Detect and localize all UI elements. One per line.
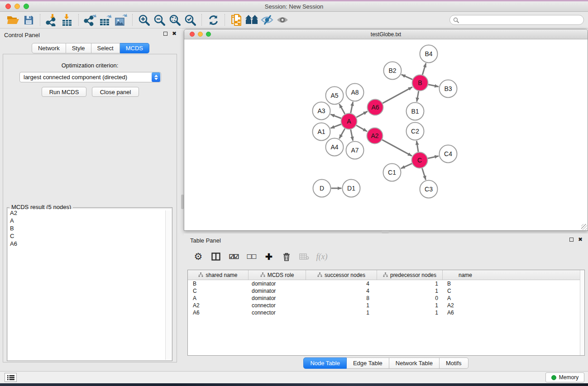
cell-mcds-role[interactable]: dominator: [249, 281, 306, 287]
table-row[interactable]: A6 connector 1 1 A6: [188, 309, 584, 316]
graph-edge-A-A5[interactable]: [339, 104, 345, 114]
hide-selected-icon[interactable]: [259, 13, 275, 27]
graph-node-B3[interactable]: B3: [440, 80, 457, 98]
select-all-icon[interactable]: ☑☑: [227, 250, 240, 263]
search-input[interactable]: [461, 17, 583, 23]
column-header-predecessor-nodes[interactable]: predecessor nodes: [377, 270, 443, 280]
graph-node-C1[interactable]: C1: [383, 164, 401, 181]
cell-predecessor-nodes[interactable]: 1: [377, 302, 443, 309]
column-header-shared-name[interactable]: shared name: [188, 270, 249, 280]
close-table-panel-icon[interactable]: ✖: [578, 237, 583, 242]
cell-mcds-role[interactable]: dominator: [249, 295, 306, 301]
graph-node-A6[interactable]: A6: [368, 100, 383, 115]
export-table-icon[interactable]: [98, 13, 113, 27]
cell-name[interactable]: A2: [443, 302, 488, 309]
import-table-icon[interactable]: [59, 13, 75, 27]
graph-node-A7[interactable]: A7: [346, 142, 364, 159]
import-network-icon[interactable]: [44, 13, 59, 27]
list-item[interactable]: A: [8, 217, 172, 224]
graph-edge-B-B3[interactable]: [428, 85, 439, 87]
save-session-icon[interactable]: [21, 13, 36, 27]
graph-edge-A-A7[interactable]: [351, 129, 353, 141]
close-panel-button[interactable]: Close panel: [92, 87, 139, 97]
close-panel-icon[interactable]: ✖: [172, 31, 177, 36]
graph-node-C4[interactable]: C4: [440, 145, 457, 163]
cell-mcds-role[interactable]: dominator: [249, 288, 306, 294]
zoom-out-icon[interactable]: [152, 13, 167, 27]
cell-successor-nodes[interactable]: 8: [306, 295, 377, 301]
result-scrollbar[interactable]: [165, 210, 171, 360]
cell-shared-name[interactable]: A6: [188, 310, 249, 316]
graph-edge-A-A6[interactable]: [356, 111, 367, 117]
cell-shared-name[interactable]: A: [188, 295, 249, 301]
cell-name[interactable]: B: [443, 281, 488, 287]
graph-node-C2[interactable]: C2: [406, 123, 424, 140]
cell-shared-name[interactable]: C: [188, 288, 249, 294]
tab-network-table[interactable]: Network Table: [389, 357, 440, 369]
zoom-in-icon[interactable]: [136, 13, 152, 27]
tab-node-table[interactable]: Node Table: [303, 357, 347, 369]
tab-style[interactable]: Style: [66, 43, 91, 53]
add-column-icon[interactable]: ✚: [263, 250, 275, 263]
first-neighbors-icon[interactable]: [244, 13, 259, 27]
graph-node-A1[interactable]: A1: [313, 123, 330, 141]
tab-select[interactable]: Select: [91, 43, 120, 53]
column-header-successor-nodes[interactable]: successor nodes: [306, 270, 377, 280]
export-network-icon[interactable]: [82, 13, 98, 27]
graph-node-A3[interactable]: A3: [313, 102, 330, 120]
cell-shared-name[interactable]: A2: [188, 302, 249, 309]
graph-edge-B-B2[interactable]: [402, 75, 412, 80]
graph-edge-A2-C[interactable]: [382, 140, 412, 156]
zoom-selected-icon[interactable]: [182, 13, 198, 27]
cell-name[interactable]: A6: [443, 310, 488, 316]
float-panel-icon[interactable]: [163, 32, 167, 36]
graph-edge-A-A3[interactable]: [330, 114, 341, 119]
cell-predecessor-nodes[interactable]: 1: [377, 288, 443, 294]
graph-node-C3[interactable]: C3: [420, 181, 438, 198]
graph-edge-A6-B[interactable]: [382, 87, 412, 103]
graph-node-D1[interactable]: D1: [343, 180, 360, 197]
graph-node-B[interactable]: B: [412, 75, 428, 91]
refresh-icon[interactable]: [206, 13, 221, 27]
graph-edge-B-B1[interactable]: [417, 91, 419, 102]
graph-node-A2[interactable]: A2: [367, 128, 383, 144]
zoom-fit-icon[interactable]: [167, 13, 182, 27]
memory-button[interactable]: Memory: [545, 372, 584, 382]
graph-edge-C-C1[interactable]: [401, 163, 412, 168]
delete-column-icon[interactable]: [280, 250, 293, 263]
table-row[interactable]: C dominator 4 1 C: [188, 287, 584, 295]
criterion-select[interactable]: largest connected component (directed): [19, 72, 161, 82]
graph-node-B4[interactable]: B4: [420, 45, 438, 63]
cell-successor-nodes[interactable]: 4: [306, 281, 377, 287]
table-row[interactable]: A2 connector 1 1 A2: [188, 302, 584, 309]
cell-predecessor-nodes[interactable]: 1: [377, 281, 443, 287]
graph-edge-C-C3[interactable]: [422, 168, 426, 180]
table-row[interactable]: B dominator 4 1 B: [188, 280, 584, 287]
split-column-icon[interactable]: [210, 250, 222, 263]
graph-edge-A-A1[interactable]: [330, 124, 341, 129]
graph-edge-A-A8[interactable]: [351, 102, 353, 113]
cell-shared-name[interactable]: B: [188, 281, 249, 287]
graph-edge-B-B4[interactable]: [422, 63, 426, 75]
search-field[interactable]: [449, 15, 584, 25]
tab-network[interactable]: Network: [32, 43, 66, 53]
graph-node-B1[interactable]: B1: [406, 103, 424, 120]
cell-predecessor-nodes[interactable]: 1: [377, 310, 443, 316]
graph-edge-A-A4[interactable]: [339, 129, 345, 138]
network-canvas[interactable]: B4B2BB3A8A5A6B1A3AC2A1A2A4A7C4CC1C3DD1: [184, 39, 588, 230]
cell-predecessor-nodes[interactable]: 0: [377, 295, 443, 301]
table-row[interactable]: A dominator 8 0 A: [188, 295, 584, 302]
cell-successor-nodes[interactable]: 4: [306, 288, 377, 294]
show-all-icon[interactable]: [275, 13, 290, 27]
graph-node-B2[interactable]: B2: [384, 62, 402, 80]
graph-node-A4[interactable]: A4: [326, 138, 344, 156]
show-task-history-button[interactable]: [5, 373, 17, 382]
run-mcds-button[interactable]: Run MCDS: [42, 87, 86, 97]
cell-name[interactable]: C: [443, 288, 488, 294]
graph-node-C[interactable]: C: [412, 152, 428, 168]
table-scrollbar[interactable]: [580, 270, 584, 355]
graph-edge-A-A2[interactable]: [356, 125, 367, 131]
column-header-mcds-role[interactable]: MCDS role: [249, 270, 306, 280]
cell-name[interactable]: A: [443, 295, 488, 301]
graph-edge-C-C4[interactable]: [428, 156, 439, 158]
